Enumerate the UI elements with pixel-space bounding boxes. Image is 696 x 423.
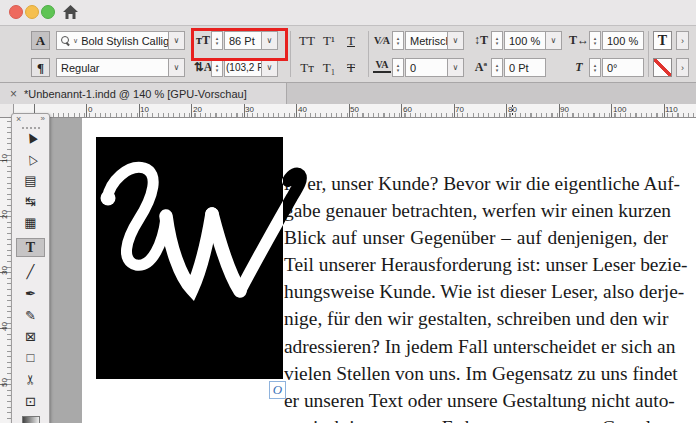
document-tab[interactable]: × *Unbenannt-1.indd @ 140 % [GPU-Vorscha… bbox=[0, 83, 287, 104]
dropcap-w-graphic[interactable]: W bbox=[96, 137, 311, 379]
leading-dropdown[interactable]: ∨ bbox=[262, 58, 278, 77]
font-size-dropdown[interactable]: ∨ bbox=[262, 31, 278, 50]
title-bar bbox=[0, 0, 696, 26]
all-caps-button[interactable]: TT bbox=[296, 31, 318, 50]
tracking-dropdown[interactable]: ∨ bbox=[448, 58, 464, 77]
kerning-value: Metrisch bbox=[410, 35, 448, 47]
tools-close-icon[interactable]: × bbox=[16, 114, 21, 124]
font-size-field[interactable]: 86 Pt bbox=[224, 31, 262, 50]
vertical-scale-dropdown[interactable]: ∨ bbox=[546, 31, 562, 50]
text-line: er unseren Text oder unsere Gestaltung n… bbox=[284, 387, 668, 414]
font-style-dropdown[interactable]: ∨ bbox=[169, 58, 185, 77]
horizontal-ruler: 0102030405060708090100110 bbox=[14, 104, 696, 118]
character-fill-color-swatch[interactable]: T bbox=[653, 31, 672, 50]
vertical-scale-field[interactable]: 100 % bbox=[504, 31, 546, 50]
separator bbox=[368, 31, 369, 77]
ruler-position-indicator bbox=[512, 105, 513, 117]
tools-expand-icon[interactable]: » bbox=[41, 114, 45, 123]
home-icon[interactable] bbox=[62, 4, 79, 21]
leading-icon: ⇅A bbox=[196, 58, 210, 77]
paragraph-formatting-button[interactable]: ¶ bbox=[31, 58, 50, 77]
text-line: matisch interessant. Er begegnet unserer… bbox=[284, 414, 668, 423]
horizontal-scale-stepper[interactable]: ▴▾ bbox=[589, 31, 601, 50]
selection-tool[interactable]: ▶ bbox=[16, 128, 45, 147]
text-line: Blick auf unser Gegenüber – auf denjenig… bbox=[284, 224, 668, 251]
small-caps-button[interactable]: Tᴛ bbox=[296, 58, 318, 77]
text-line: gabe genauer betrachten, werfen wir eine… bbox=[284, 197, 668, 224]
font-size-stepper[interactable]: ▴▾ bbox=[211, 31, 223, 50]
direct-selection-tool[interactable]: ▷ bbox=[16, 150, 45, 169]
free-transform-tool[interactable]: ⊡ bbox=[16, 392, 45, 411]
tracking-icon: VA bbox=[373, 58, 391, 73]
skew-field[interactable]: 0° bbox=[602, 58, 644, 77]
horizontal-scale-field[interactable]: 100 % bbox=[602, 31, 644, 50]
font-family-dropdown[interactable]: ∨ bbox=[169, 31, 185, 50]
kerning-field[interactable]: Metrisch bbox=[405, 31, 448, 50]
kerning-icon: V⁄A bbox=[373, 31, 391, 50]
minimize-window-button[interactable] bbox=[25, 5, 39, 19]
zoom-window-button[interactable] bbox=[41, 5, 55, 19]
character-control-bar: A ¶ ∨ Bold Stylish Calligra ∨ Regular ∨ … bbox=[0, 26, 696, 83]
separator bbox=[648, 31, 649, 77]
scissors-tool[interactable]: ✂ bbox=[16, 370, 45, 389]
content-collector-tool[interactable]: ▦ bbox=[16, 213, 45, 232]
tracking-field[interactable]: 0 bbox=[405, 58, 448, 77]
gap-tool[interactable]: ↹ bbox=[16, 192, 45, 211]
tracking-stepper[interactable]: ▴▾ bbox=[392, 58, 404, 77]
tab-close-icon[interactable]: × bbox=[10, 87, 17, 101]
kerning-stepper[interactable]: ▴▾ bbox=[392, 31, 404, 50]
text-line: hungsweise Kunde. Wie ist dieser Leser, … bbox=[284, 278, 668, 305]
case-position-buttons-row1: TTT¹T bbox=[296, 31, 362, 50]
baseline-shift-field[interactable]: 0 Pt bbox=[504, 58, 546, 77]
kerning-dropdown[interactable]: ∨ bbox=[448, 31, 464, 50]
fill-expand-button[interactable]: › bbox=[676, 31, 689, 50]
font-search-icon bbox=[61, 36, 70, 45]
subscript-button[interactable]: T₁ bbox=[318, 58, 340, 77]
line-tool[interactable]: ╱ bbox=[16, 262, 45, 281]
skew-stepper[interactable]: ▴▾ bbox=[589, 58, 601, 77]
anchored-object-marker[interactable]: O bbox=[269, 381, 286, 399]
baseline-shift-stepper[interactable]: ▴▾ bbox=[491, 58, 503, 77]
font-family-field[interactable]: ∨ Bold Stylish Calligra bbox=[56, 31, 169, 50]
font-style-field[interactable]: Regular bbox=[56, 58, 169, 77]
horizontal-scale-icon: T↔ bbox=[570, 31, 588, 50]
text-line: ist er, unser Kunde? Bevor wir die eigen… bbox=[284, 170, 668, 197]
gradient-tool[interactable] bbox=[16, 413, 45, 423]
rectangle-tool[interactable]: □ bbox=[16, 348, 45, 367]
tab-title: *Unbenannt-1.indd @ 140 % [GPU-Vorschau] bbox=[24, 88, 247, 100]
font-style-value: Regular bbox=[61, 62, 100, 74]
font-size-value: 86 Pt bbox=[229, 35, 255, 47]
indesign-window: A ¶ ∨ Bold Stylish Calligra ∨ Regular ∨ … bbox=[0, 0, 696, 423]
leading-field[interactable]: (103,2 Pt) bbox=[224, 58, 262, 77]
skew-icon: T bbox=[570, 58, 588, 77]
type-tool[interactable]: T bbox=[16, 238, 45, 257]
close-window-button[interactable] bbox=[9, 5, 23, 19]
page-tool[interactable]: ▤ bbox=[16, 171, 45, 190]
baseline-shift-value: 0 Pt bbox=[509, 62, 529, 74]
leading-stepper[interactable]: ▴▾ bbox=[211, 58, 223, 77]
separator bbox=[290, 31, 291, 77]
pen-tool[interactable]: ✒ bbox=[16, 284, 45, 303]
character-formatting-button[interactable]: A bbox=[31, 31, 50, 50]
baseline-shift-icon: Aª bbox=[472, 58, 490, 77]
tools-panel: × » ▶▷▤↹▦T╱✒✎⊠□✂⊡ bbox=[11, 113, 50, 423]
horizontal-scale-value: 100 % bbox=[607, 35, 638, 47]
skew-value: 0° bbox=[607, 62, 618, 74]
document-tab-bar: × *Unbenannt-1.indd @ 140 % [GPU-Vorscha… bbox=[0, 83, 696, 104]
superscript-button[interactable]: T¹ bbox=[318, 31, 340, 50]
text-line: vielen Stellen von uns. Im Gegensatz zu … bbox=[284, 360, 668, 387]
stroke-expand-button[interactable]: › bbox=[676, 58, 689, 77]
text-line: Teil unserer Herausforderung ist: unser … bbox=[284, 251, 668, 278]
frame-tool[interactable]: ⊠ bbox=[16, 327, 45, 346]
vertical-scale-stepper[interactable]: ▴▾ bbox=[491, 31, 503, 50]
pencil-tool[interactable]: ✎ bbox=[16, 306, 45, 325]
character-stroke-color-swatch[interactable] bbox=[653, 58, 672, 77]
text-frame[interactable]: ist er, unser Kunde? Bevor wir die eigen… bbox=[284, 170, 668, 423]
vertical-scale-value: 100 % bbox=[509, 35, 540, 47]
tracking-value: 0 bbox=[410, 62, 416, 74]
vertical-scale-icon: ↕T bbox=[472, 31, 490, 50]
strikethrough-button[interactable]: T bbox=[340, 58, 362, 77]
font-size-icon: ᴛT bbox=[196, 31, 210, 50]
case-position-buttons-row2: TᴛT₁T bbox=[296, 58, 362, 77]
underline-button[interactable]: T bbox=[340, 31, 362, 50]
